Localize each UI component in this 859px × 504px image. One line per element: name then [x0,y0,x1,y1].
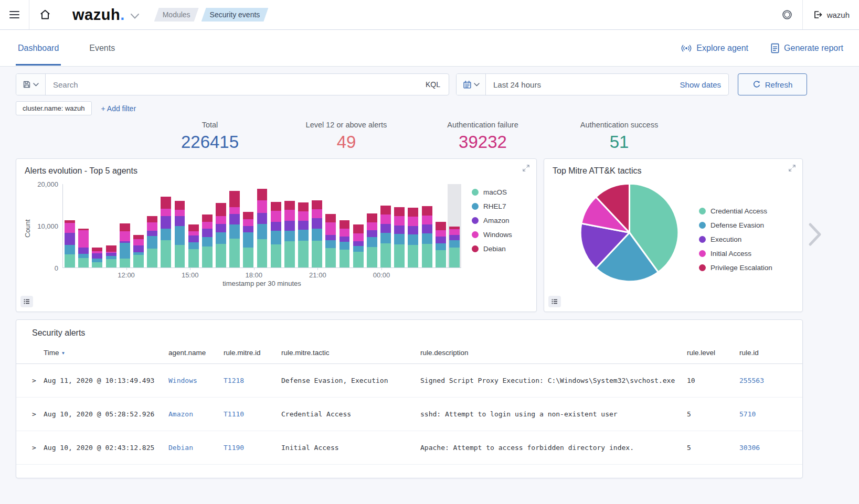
breadcrumb-modules[interactable]: Modules [154,8,199,22]
bar-slot[interactable] [269,184,283,267]
rule-mitre-id-link[interactable]: T1110 [224,410,281,418]
x-tick-label: 00:00 [373,271,390,279]
bar-slot[interactable] [77,184,90,267]
bar-slot[interactable] [434,184,448,267]
bar-slot[interactable] [365,184,379,267]
bar-segment-amazon [257,213,268,224]
notifications-ring-button[interactable] [772,0,802,29]
column-header-rule-mitre-tactic[interactable]: rule.mitre.tactic [281,349,420,357]
legend-toggle-button[interactable] [548,296,561,307]
alert-table-row[interactable]: >Aug 10, 2020 @ 05:28:52.926AmazonT1110C… [16,398,802,431]
legend-item-privilege-escalation[interactable]: Privilege Escalation [699,261,772,275]
bar-slot[interactable] [104,184,118,267]
column-header-time[interactable]: Time▼ [44,349,168,357]
rule-mitre-tactic-cell: Defense Evasion, Execution [281,377,420,384]
logo-dot: . [120,6,125,23]
menu-button[interactable] [0,0,29,29]
bar-slot[interactable] [214,184,228,267]
bar-slot[interactable] [145,184,159,267]
bar-slot[interactable] [337,184,351,267]
bar-slot[interactable] [420,184,433,267]
date-picker-button[interactable] [457,74,486,95]
stat-value: 226415 [142,132,278,152]
column-header-rule-level[interactable]: rule.level [687,349,739,357]
kql-toggle[interactable]: KQL [417,74,449,95]
bar-segment-macos [161,240,171,267]
agent-name-link[interactable]: Amazon [168,410,224,418]
bar-slot[interactable] [159,184,173,267]
legend-toggle-button[interactable] [20,296,33,307]
tab-dashboard[interactable]: Dashboard [16,31,61,66]
bar-slot[interactable] [187,184,200,267]
alert-table-row[interactable]: >Aug 10, 2020 @ 02:43:12.825DebianT1190I… [16,431,802,465]
bar-slot[interactable] [283,184,296,267]
bar-slot[interactable] [324,184,337,267]
agent-name-link[interactable]: Windows [168,377,224,384]
expand-panel-icon[interactable] [522,164,530,172]
bar-slot[interactable] [393,184,406,267]
legend-item-macos[interactable]: macOS [472,185,512,199]
bar-slot[interactable] [63,184,77,267]
legend-item-credential-access[interactable]: Credential Access [699,204,772,218]
row-expand-chevron[interactable]: > [32,377,44,384]
refresh-button[interactable]: Refresh [738,73,807,95]
bar-slot[interactable] [200,184,214,267]
bar-slot[interactable] [118,184,132,267]
time-range-value[interactable]: Last 24 hours [493,80,541,89]
x-tick-mark [254,268,254,270]
alert-table-row[interactable]: >Aug 11, 2020 @ 10:13:49.493WindowsT1218… [16,364,802,398]
legend-item-execution[interactable]: Execution [699,232,772,246]
bar-segment-windows [271,211,281,222]
bar-slot[interactable] [132,184,145,267]
row-expand-chevron[interactable]: > [32,444,44,452]
legend-dot [699,208,706,215]
column-header-agent-name[interactable]: agent.name [168,349,224,357]
bar-slot[interactable] [406,184,420,267]
bar-slot[interactable] [352,184,365,267]
stacked-bar [202,215,213,267]
legend-item-rhel7[interactable]: RHEL7 [472,199,512,213]
bar-slot[interactable] [255,184,269,267]
legend-item-windows[interactable]: Windows [472,228,512,242]
agent-name-link[interactable]: Debian [168,444,224,452]
bar-slot[interactable] [310,184,324,267]
bar-segment-debian [92,248,102,251]
bar-slot[interactable] [228,184,241,267]
legend-item-initial-access[interactable]: Initial Access [699,246,772,261]
rule-id-link[interactable]: 30306 [739,444,787,452]
alerts-evolution-title: Alerts evolution - Top 5 agents [25,166,528,176]
bar-slot[interactable] [448,184,461,267]
explore-agent-button[interactable]: Explore agent [681,44,748,53]
rule-id-link[interactable]: 5710 [739,410,787,418]
mitre-tactics-pie-chart [576,179,683,286]
chevron-down-icon[interactable] [130,13,140,19]
legend-item-defense-evasion[interactable]: Defense Evasion [699,218,772,232]
bar-slot[interactable] [90,184,104,267]
expand-panel-icon[interactable] [788,164,796,172]
home-button[interactable] [29,0,61,29]
generate-report-button[interactable]: Generate report [770,43,843,53]
bar-segment-debian [436,222,446,230]
add-filter-button[interactable]: + Add filter [101,104,136,113]
column-header-rule-description[interactable]: rule.description [420,349,687,357]
saved-queries-button[interactable] [16,74,46,95]
filter-pill-cluster-name[interactable]: cluster.name: wazuh [16,101,92,115]
bar-slot[interactable] [241,184,255,267]
row-expand-chevron[interactable]: > [32,410,44,418]
carousel-next-button[interactable] [808,222,822,248]
bar-slot[interactable] [296,184,310,267]
legend-item-debian[interactable]: Debian [472,242,512,256]
bar-slot[interactable] [173,184,186,267]
tab-events[interactable]: Events [87,31,117,66]
rule-mitre-id-link[interactable]: T1190 [224,444,281,452]
search-input[interactable] [46,74,417,95]
generate-report-label: Generate report [784,44,843,53]
column-header-rule-id[interactable]: rule.id [739,349,787,357]
bar-slot[interactable] [379,184,393,267]
rule-id-link[interactable]: 255563 [739,377,787,384]
column-header-rule-mitre-id[interactable]: rule.mitre.id [224,349,281,357]
rule-mitre-id-link[interactable]: T1218 [224,377,281,384]
show-dates-link[interactable]: Show dates [680,80,721,89]
legend-item-amazon[interactable]: Amazon [472,213,512,228]
logout-button[interactable]: wazuh [803,0,859,29]
